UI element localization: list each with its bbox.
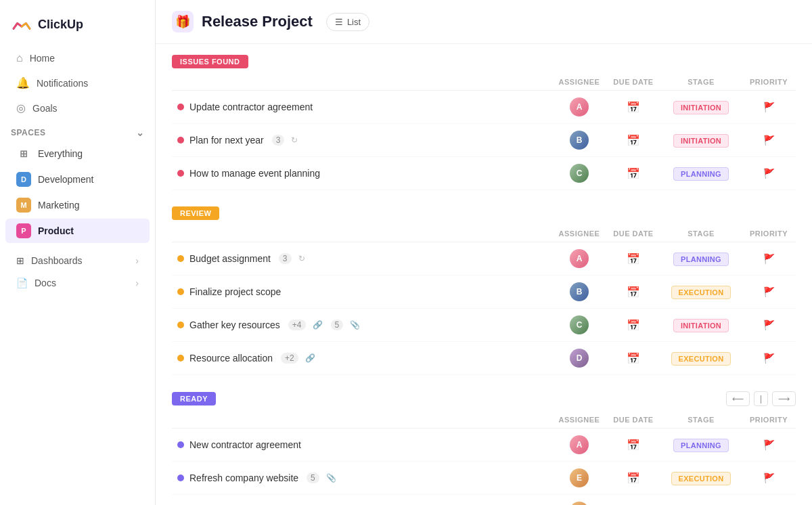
- task-dot: [177, 441, 184, 448]
- dashboards-icon: ⊞: [16, 255, 24, 266]
- toolbar-btn-3[interactable]: ⟶: [772, 391, 796, 406]
- task-dot: [177, 104, 184, 110]
- col-task-name: [172, 74, 552, 91]
- col-priority-3: PRIORITY: [742, 412, 796, 429]
- group-ready-header: READY ⟵ | ⟶: [172, 391, 796, 406]
- group-toolbar: ⟵ | ⟶: [726, 391, 796, 406]
- due-date-icon: 📅: [612, 439, 655, 452]
- spaces-chevron-icon[interactable]: ⌄: [136, 127, 145, 138]
- svg-marker-0: [14, 16, 30, 30]
- task-name: Resource allocation: [189, 353, 273, 364]
- badge-issues: ISSUES FOUND: [172, 55, 248, 68]
- avatar: E: [570, 502, 589, 505]
- priority-icon: 🚩: [747, 439, 790, 450]
- col-stage-1: STAGE: [660, 74, 742, 91]
- stage-badge: INITIATION: [673, 319, 729, 332]
- nav-home-label: Home: [30, 53, 55, 64]
- table-row[interactable]: Update contractor agreement A 📅 INITIATI…: [172, 91, 796, 124]
- docs-left: 📄 Docs: [16, 278, 56, 288]
- nav-notifications-label: Notifications: [37, 78, 88, 89]
- table-row[interactable]: Finalize project scope B 📅 EXECUTION 🚩: [172, 276, 796, 309]
- everything-label: Everything: [38, 148, 83, 159]
- table-row[interactable]: New contractor agreement A 📅 PLANNING 🚩: [172, 429, 796, 462]
- clickup-logo-icon: [11, 14, 32, 35]
- col-assignee-2: ASSIGNEE: [552, 225, 606, 242]
- bell-icon: 🔔: [16, 76, 30, 89]
- task-dot: [177, 170, 184, 177]
- priority-icon: 🚩: [747, 473, 790, 483]
- table-row[interactable]: Budget assignment 3 ↻ A 📅 PLANNING 🚩: [172, 242, 796, 276]
- priority-icon: 🚩: [747, 353, 790, 364]
- development-icon: D: [16, 172, 31, 187]
- content-area: ISSUES FOUND ASSIGNEE DUE DATE STAGE PRI…: [156, 44, 812, 505]
- toolbar-btn-1[interactable]: ⟵: [726, 391, 750, 406]
- task-name: How to manage event planning: [189, 168, 320, 179]
- due-date-icon: 📅: [612, 472, 655, 485]
- table-row[interactable]: Refresh company website 5 📎 E 📅 EXECUTIO…: [172, 462, 796, 495]
- marketing-icon: M: [16, 198, 31, 213]
- paperclip-icon: 📎: [326, 473, 336, 483]
- main-header: 🎁 Release Project ☰ List: [156, 0, 812, 44]
- sidebar-item-everything[interactable]: ⊞ Everything: [5, 141, 150, 166]
- sidebar-item-marketing[interactable]: M Marketing: [5, 193, 150, 217]
- due-date-icon: 📅: [612, 252, 655, 265]
- task-dot: [177, 288, 184, 295]
- table-row[interactable]: Update key objectives 5 📎 E 📅 EXECUTION …: [172, 495, 796, 506]
- priority-icon: 🚩: [747, 320, 790, 330]
- col-task-name: [172, 225, 552, 242]
- stage-badge: EXECUTION: [671, 286, 731, 299]
- home-icon: ⌂: [16, 52, 23, 64]
- sidebar-item-dashboards[interactable]: ⊞ Dashboards ›: [5, 250, 150, 271]
- task-dot: [177, 255, 184, 262]
- project-title: Release Project: [202, 13, 313, 30]
- col-stage-3: STAGE: [660, 412, 742, 429]
- development-label: Development: [38, 174, 94, 185]
- nav-notifications[interactable]: 🔔 Notifications: [5, 71, 150, 95]
- sidebar-item-development[interactable]: D Development: [5, 167, 150, 192]
- view-tab-label: List: [347, 17, 361, 27]
- sidebar-item-product[interactable]: P Product: [5, 219, 150, 243]
- stage-badge: PLANNING: [673, 252, 729, 266]
- col-stage-2: STAGE: [660, 225, 742, 242]
- group-issues: ISSUES FOUND ASSIGNEE DUE DATE STAGE PRI…: [172, 55, 796, 190]
- col-due-2: DUE DATE: [606, 225, 660, 242]
- avatar: C: [570, 315, 589, 334]
- task-name: Plan for next year: [189, 135, 264, 146]
- toolbar-btn-2[interactable]: |: [754, 391, 768, 406]
- avatar: A: [570, 249, 589, 268]
- stage-badge: PLANNING: [673, 439, 729, 452]
- stage-badge: EXECUTION: [671, 352, 731, 366]
- view-tab-list[interactable]: ☰ List: [326, 13, 369, 31]
- dashboards-chevron-icon: ›: [135, 255, 139, 266]
- nav-home[interactable]: ⌂ Home: [5, 47, 150, 70]
- docs-icon: 📄: [16, 278, 28, 288]
- badge-review: REVIEW: [172, 206, 219, 220]
- table-row[interactable]: Gather key resources +4 🔗 5 📎 C 📅 INITIA…: [172, 309, 796, 342]
- review-table: ASSIGNEE DUE DATE STAGE PRIORITY Budget …: [172, 225, 796, 375]
- sidebar-item-docs[interactable]: 📄 Docs ›: [5, 272, 150, 294]
- nav-goals[interactable]: ◎ Goals: [5, 96, 150, 120]
- task-count-badge: 3: [272, 135, 285, 146]
- due-date-icon: 📅: [612, 101, 655, 114]
- table-row[interactable]: Resource allocation +2 🔗 D 📅 EXECUTION 🚩: [172, 342, 796, 375]
- col-priority-1: PRIORITY: [742, 74, 796, 91]
- group-issues-header: ISSUES FOUND: [172, 55, 796, 68]
- col-priority-2: PRIORITY: [742, 225, 796, 242]
- group-review: REVIEW ASSIGNEE DUE DATE STAGE PRIORITY: [172, 206, 796, 375]
- logo-area: ClickUp: [0, 8, 155, 46]
- table-row[interactable]: Plan for next year 3 ↻ B 📅 INITIATION 🚩: [172, 124, 796, 157]
- task-name: Update contractor agreement: [189, 102, 313, 112]
- task-name: Budget assignment: [189, 253, 271, 264]
- docs-label: Docs: [35, 278, 56, 288]
- dashboards-label: Dashboards: [31, 255, 83, 266]
- main-content: 🎁 Release Project ☰ List ISSUES FOUND AS…: [156, 0, 812, 505]
- task-dot: [177, 475, 184, 481]
- avatar: D: [570, 349, 589, 368]
- refresh-icon: ↻: [291, 135, 298, 145]
- link-icon: 🔗: [305, 353, 315, 363]
- task-dot: [177, 137, 184, 144]
- badge-ready: READY: [172, 392, 216, 405]
- everything-icon: ⊞: [16, 146, 31, 161]
- table-row[interactable]: How to manage event planning C 📅 PLANNIN…: [172, 157, 796, 190]
- stage-badge: EXECUTION: [671, 472, 731, 485]
